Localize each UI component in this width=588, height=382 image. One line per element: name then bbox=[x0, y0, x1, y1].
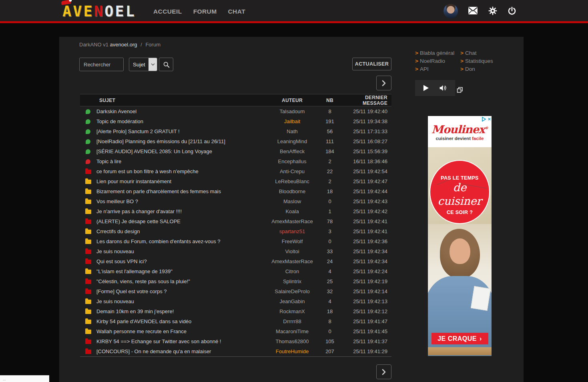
table-row[interactable]: (ALERTE) Je désape cette SALOPE AmexMast… bbox=[80, 216, 391, 226]
table-row[interactable]: [NoelRadio] Planning des émissions du [2… bbox=[80, 136, 391, 146]
table-row[interactable]: Topic à lire Encephallus 2 16/11 18:36:4… bbox=[80, 156, 391, 166]
topic-author[interactable]: BenAffleck bbox=[264, 148, 320, 154]
table-row[interactable]: Demain 10km en 39 min j'espere! RockmanX… bbox=[80, 306, 391, 316]
table-row[interactable]: KIRBY 54 ==> Echange sur Twitter avec so… bbox=[80, 336, 391, 346]
ad-close-icon[interactable]: × bbox=[488, 117, 491, 122]
topic-author[interactable]: Citron bbox=[264, 268, 320, 274]
nav-item-accueil[interactable]: ACCUEIL bbox=[153, 8, 182, 15]
topic-subject[interactable]: (ALERTE) Je désape cette SALOPE bbox=[96, 218, 264, 224]
volume-icon[interactable] bbox=[439, 84, 447, 92]
table-row[interactable]: Bizarrement on parle d'harcèlement des f… bbox=[80, 186, 391, 196]
topic-subject[interactable]: Topic de modération bbox=[96, 118, 264, 124]
nav-item-forum[interactable]: FORUM bbox=[193, 8, 217, 15]
topic-subject[interactable]: [Forme] Quel est votre corps ? bbox=[96, 288, 264, 294]
breadcrumb-current[interactable]: Forum bbox=[145, 42, 161, 48]
table-row[interactable]: Je n'arrive pas à changer d'avatar !!!! … bbox=[80, 206, 391, 216]
table-row[interactable]: ce forum est un bon filtre à wesh n'empê… bbox=[80, 166, 391, 176]
sidebar-link-api[interactable]: >API bbox=[415, 66, 454, 74]
table-row[interactable]: Qui est sous VPN ici? AmexMasterRace 24 … bbox=[80, 256, 391, 266]
table-row[interactable]: [SÉRIE AUDIO] AVENOEL 2085: Un Long Voya… bbox=[80, 146, 391, 156]
topic-author[interactable]: AmexMasterRace bbox=[264, 258, 320, 264]
topic-subject[interactable]: [CONCOURS] - On ne demande qu'a en malai… bbox=[96, 348, 264, 354]
topic-subject[interactable]: Vos meilleur BO ? bbox=[96, 198, 264, 204]
topic-subject[interactable]: [NoelRadio] Planning des émissions du [2… bbox=[96, 138, 264, 144]
logout-power-icon[interactable] bbox=[508, 6, 516, 17]
table-row[interactable]: Lien pour mourir instantanément LeRebeuB… bbox=[80, 176, 391, 186]
topic-author[interactable]: LeRebeuBlanc bbox=[264, 178, 320, 184]
topic-author[interactable]: LeaningMind bbox=[264, 138, 320, 144]
sidebar-link-statistiques[interactable]: >Statistiques bbox=[460, 58, 493, 66]
table-row[interactable]: Darkskin Avenoel Talsadoum 8 25/11 19:42… bbox=[80, 106, 391, 116]
topic-subject[interactable]: Je n'arrive pas à changer d'avatar !!!! bbox=[96, 208, 264, 214]
topic-subject[interactable]: Darkskin Avenoel bbox=[96, 108, 264, 114]
topic-subject[interactable]: "Célestin, viens, reste pas sous la plui… bbox=[96, 278, 264, 284]
topic-subject[interactable]: Qui est sous VPN ici? bbox=[96, 258, 264, 264]
refresh-button[interactable]: ACTUALISER bbox=[352, 58, 391, 70]
topic-subject[interactable]: Je suis nouveau bbox=[96, 298, 264, 304]
table-row[interactable]: [CONCOURS] - On ne demande qu'a en malai… bbox=[80, 346, 391, 356]
sidebar-link-blabla[interactable]: >Blabla général bbox=[415, 50, 454, 58]
topic-subject[interactable]: Crrectifs du design bbox=[96, 228, 264, 234]
search-button[interactable] bbox=[159, 58, 173, 71]
sidebar-link-chat[interactable]: >Chat bbox=[460, 50, 493, 58]
next-page-button-top[interactable] bbox=[376, 76, 391, 90]
table-row[interactable]: Vos meilleur BO ? Maslow 0 25/11 19:42:4… bbox=[80, 196, 391, 206]
table-row[interactable]: Les darons du Forum, combien d'enfants a… bbox=[80, 236, 391, 246]
topic-author[interactable]: SalaireDeProlo bbox=[264, 288, 320, 294]
topic-author[interactable]: FreeWolf bbox=[264, 238, 320, 244]
topic-author[interactable]: RockmanX bbox=[264, 308, 320, 314]
topic-author[interactable]: Encephallus bbox=[264, 158, 320, 164]
sidebar-link-noelradio[interactable]: >NoelRadio bbox=[415, 58, 454, 66]
topic-subject[interactable]: "L'islam est l'allemagne de 1939" bbox=[96, 268, 264, 274]
topic-subject[interactable]: [Alerte Prolo] Sanctum 2 GRATUIT ! bbox=[96, 128, 264, 134]
table-row[interactable]: Topic de modération Jailbait 191 25/11 1… bbox=[80, 116, 391, 126]
header-author[interactable]: AUTEUR bbox=[264, 98, 320, 103]
table-row[interactable]: [Forme] Quel est votre corps ? SalaireDe… bbox=[80, 286, 391, 296]
table-row[interactable]: Crrectifs du design spartanz51 3 25/11 1… bbox=[80, 226, 391, 236]
play-icon[interactable] bbox=[423, 84, 429, 92]
topic-author[interactable]: Splintrix bbox=[264, 278, 320, 284]
table-row[interactable]: Wallah personne me recrute en France Mac… bbox=[80, 326, 391, 336]
topic-subject[interactable]: Lien pour mourir instantanément bbox=[96, 178, 264, 184]
table-row[interactable]: "Célestin, viens, reste pas sous la plui… bbox=[80, 276, 391, 286]
topic-subject[interactable]: Bizarrement on parle d'harcèlement des f… bbox=[96, 188, 264, 194]
topic-author[interactable]: Koala bbox=[264, 208, 320, 214]
search-input[interactable] bbox=[79, 58, 124, 71]
topic-author[interactable]: Drrrrr88 bbox=[264, 318, 320, 324]
table-row[interactable]: Je suis nouveau JeanGabin 4 25/11 19:42:… bbox=[80, 296, 391, 306]
topic-subject[interactable]: Les darons du Forum, combien d'enfants a… bbox=[96, 238, 264, 244]
topic-author[interactable]: Nath bbox=[264, 128, 320, 134]
topic-subject[interactable]: [SÉRIE AUDIO] AVENOEL 2085: Un Long Voya… bbox=[96, 148, 264, 154]
site-logo[interactable]: AVENOEL bbox=[62, 2, 136, 21]
ad-cta-button[interactable]: JE CRAQUE› bbox=[431, 333, 488, 344]
topic-author[interactable]: JeanGabin bbox=[264, 298, 320, 304]
topic-author[interactable]: Thomas62800 bbox=[264, 338, 320, 344]
next-page-button-bottom[interactable] bbox=[376, 364, 391, 379]
topic-author[interactable]: Violtoi bbox=[264, 248, 320, 254]
header-last-message[interactable]: DERNIER MESSAGE bbox=[339, 95, 391, 106]
topic-subject[interactable]: Kirby 54 parle d'AVENOEL dans sa vidéo bbox=[96, 318, 264, 324]
mail-icon[interactable] bbox=[468, 7, 478, 16]
adchoices-icon[interactable] bbox=[482, 117, 486, 122]
topic-subject[interactable]: Demain 10km en 39 min j'espere! bbox=[96, 308, 264, 314]
topic-subject[interactable]: Wallah personne me recrute en France bbox=[96, 328, 264, 334]
nav-item-chat[interactable]: CHAT bbox=[228, 8, 246, 15]
header-count[interactable]: NB bbox=[320, 98, 339, 103]
ad-banner[interactable]: × Moulinex® cuisiner devient facile PAS … bbox=[428, 116, 492, 356]
topic-subject[interactable]: Je suis nouveau bbox=[96, 248, 264, 254]
popout-window-icon[interactable] bbox=[457, 87, 463, 93]
topic-subject[interactable]: KIRBY 54 ==> Echange sur Twitter avec so… bbox=[96, 338, 264, 344]
topic-author[interactable]: Talsadoum bbox=[264, 108, 320, 114]
topic-author[interactable]: Bloodborne bbox=[264, 188, 320, 194]
topic-author[interactable]: Jailbait bbox=[264, 118, 320, 124]
topic-author[interactable]: Anti-Crepu bbox=[264, 168, 320, 174]
table-row[interactable]: [Alerte Prolo] Sanctum 2 GRATUIT ! Nath … bbox=[80, 126, 391, 136]
user-avatar[interactable] bbox=[444, 4, 458, 18]
sidebar-link-don[interactable]: >Don bbox=[460, 66, 493, 74]
topic-author[interactable]: spartanz51 bbox=[264, 228, 320, 234]
table-row[interactable]: Kirby 54 parle d'AVENOEL dans sa vidéo D… bbox=[80, 316, 391, 326]
search-category-select[interactable]: Sujet bbox=[129, 58, 157, 71]
topic-subject[interactable]: Topic à lire bbox=[96, 158, 264, 164]
topic-author[interactable]: FoutreHumide bbox=[264, 348, 320, 354]
breadcrumb-domain[interactable]: avenoel.org bbox=[110, 42, 137, 48]
